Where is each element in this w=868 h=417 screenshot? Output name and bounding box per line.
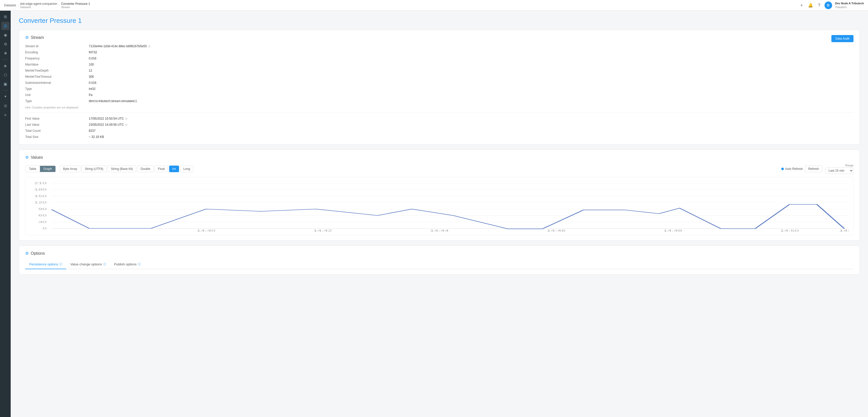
svg-text:14:44: 14:44 [430, 229, 448, 232]
prop-value-submission-interval: 0.016 [89, 80, 854, 85]
sidebar-icon-group2-2[interactable]: ⬡ [1, 71, 9, 79]
range-select[interactable]: Last 15 min Last 30 min Last 1 hour Last… [825, 167, 854, 174]
type-string-base64-button[interactable]: String (Base 64) [107, 166, 136, 172]
chart-area: 210 180 150 120 90 60 30 0 [25, 177, 854, 235]
user-info: Dev Node A Tributech Tributech [835, 2, 864, 9]
sidebar-icon-group3-1[interactable]: ✦ [1, 93, 9, 101]
sidebar-icon-data[interactable]: ⊟ [1, 22, 9, 30]
copy-last-value-icon[interactable]: ⧉ [125, 123, 127, 127]
svg-text:210: 210 [34, 182, 47, 185]
sidebar-icon-group3-2[interactable]: ◎ [1, 102, 9, 110]
prop-label-last-value: Last Value [25, 123, 89, 127]
sidebar-icon-gear[interactable]: ⚙ [1, 40, 9, 48]
table-tab-button[interactable]: Table [25, 166, 40, 172]
prop-divider [25, 112, 854, 113]
stream-properties: Stream Id 7133e44e-1d3d-414c-88ec-b89616… [25, 44, 854, 139]
breadcrumb-datasets-node[interactable]: dsk-edge-agent-companion Datasets [20, 2, 57, 9]
breadcrumb-sep-2: › [59, 4, 60, 7]
sidebar-icon-group2-1[interactable]: ◈ [1, 62, 9, 70]
graph-tab-button[interactable]: Graph [40, 166, 56, 172]
help-button[interactable]: ? [817, 2, 822, 9]
prop-label-unit: Unit [25, 93, 89, 97]
auto-refresh-label[interactable]: Auto Refresh [781, 167, 803, 171]
svg-text:14:: 14: [839, 229, 849, 232]
sidebar-icon-group3-3[interactable]: ≡ [1, 111, 9, 119]
svg-text:30: 30 [38, 221, 47, 223]
prop-value-encoding: INT32 [89, 50, 854, 55]
options-tabs: Persistence options ⓘ Value change optio… [25, 260, 854, 269]
sidebar-icon-group2-3[interactable]: ▣ [1, 80, 9, 88]
prop-label-merkle-depth: MerkleTreeDepth [25, 68, 89, 73]
type-double-button[interactable]: Double [137, 166, 154, 172]
publish-tab-info-icon[interactable]: ⓘ [138, 262, 141, 266]
stream-section-title: Stream [31, 35, 44, 40]
stream-section: Data Audit ⚙ Stream Stream Id 7133e44e-1… [19, 30, 860, 144]
refresh-button[interactable]: Refresh [805, 166, 822, 172]
svg-text:14:40: 14:40 [196, 229, 215, 232]
prop-label-submission-interval: SubmissionInterval [25, 80, 89, 85]
svg-text:0: 0 [42, 227, 47, 230]
top-nav: Datasets › dsk-edge-agent-companion Data… [0, 0, 868, 11]
notifications-button[interactable]: 🔔 [807, 2, 814, 9]
value-change-options-tab[interactable]: Value change options ⓘ [66, 260, 110, 269]
breadcrumb-sep-1: › [18, 4, 18, 7]
range-label: Range [845, 164, 854, 167]
prop-value-unit: Pa [89, 93, 854, 97]
main-content: Converter Pressure 1 Data Audit ⚙ Stream… [11, 11, 868, 417]
options-icon: ⚙ [25, 251, 29, 256]
sidebar-icon-home[interactable]: ⊞ [1, 13, 9, 21]
prop-label-type2: Type [25, 99, 89, 103]
sidebar: ⊞ ⊟ ◉ ⚙ ❖ ◈ ⬡ ▣ ✦ ◎ ≡ [0, 11, 11, 417]
svg-text:14:48: 14:48 [663, 229, 682, 232]
svg-text:14:50: 14:50 [780, 229, 799, 232]
prop-value-merkle-timeout: 300 [89, 74, 854, 79]
app-layout: ⊞ ⊟ ◉ ⚙ ❖ ◈ ⬡ ▣ ✦ ◎ ≡ Converter Pressure… [0, 11, 868, 417]
value-change-tab-info-icon[interactable]: ⓘ [103, 262, 106, 266]
prop-label-total-count: Total Count [25, 129, 89, 133]
breadcrumb: Datasets › dsk-edge-agent-companion Data… [4, 2, 90, 9]
prop-value-stream-id: 7133e44e-1d3d-414c-88ec-b896167b5e55 ⧉ [89, 44, 854, 48]
type-byte-array-button[interactable]: Byte Array [60, 166, 81, 172]
values-section-title: Values [31, 155, 43, 160]
prop-value-maxvalue: 100 [89, 62, 854, 67]
type-long-button[interactable]: Long [180, 166, 193, 172]
copy-first-value-icon[interactable]: ⧉ [125, 117, 127, 120]
type-int-button[interactable]: Int [169, 166, 179, 172]
options-section: ⚙ Options Persistence options ⓘ Value ch… [19, 246, 860, 275]
svg-text:14:46: 14:46 [547, 229, 565, 232]
avatar[interactable]: D [825, 2, 832, 9]
type-filter-group: Byte Array String (UTF8) String (Base 64… [60, 166, 193, 172]
svg-text:60: 60 [38, 214, 47, 217]
options-section-header: ⚙ Options [25, 251, 854, 256]
svg-text:150: 150 [34, 195, 47, 198]
prop-hint: Hint: Complex properties are not display… [25, 106, 854, 109]
prop-value-merkle-depth: 12 [89, 68, 854, 73]
prop-label-merkle-timeout: MerkleTreeTimeout [25, 74, 89, 79]
prop-value-total-size: ~ 32.18 KB [89, 135, 854, 139]
persistence-options-tab[interactable]: Persistence options ⓘ [25, 260, 66, 269]
data-audit-button[interactable]: Data Audit [831, 35, 854, 42]
type-string-utf8-button[interactable]: String (UTF8) [82, 166, 106, 172]
prop-value-type1: Int32 [89, 86, 854, 91]
values-section-header: ⚙ Values [25, 155, 854, 160]
svg-text:180: 180 [34, 188, 47, 191]
values-icon: ⚙ [25, 155, 29, 160]
copy-stream-id-icon[interactable]: ⧉ [148, 45, 150, 48]
prop-value-last-value: 23/05/2022 14:49:56 UTC ⧉ [89, 123, 854, 127]
breadcrumb-datasets[interactable]: Datasets [4, 4, 16, 7]
prop-label-stream-id: Stream Id [25, 44, 89, 48]
prop-label-total-size: Total Size [25, 135, 89, 139]
sidebar-icon-circle[interactable]: ◉ [1, 31, 9, 39]
range-group: Range Last 15 min Last 30 min Last 1 hou… [825, 164, 854, 174]
prop-value-frequency: 0.016 [89, 56, 854, 61]
sidebar-icon-puzzle[interactable]: ❖ [1, 49, 9, 58]
page-title: Converter Pressure 1 [19, 17, 860, 25]
svg-text:14:42: 14:42 [313, 229, 332, 232]
add-button[interactable]: + [799, 2, 804, 9]
stream-section-header: ⚙ Stream [25, 35, 854, 40]
prop-label-first-value: First Value [25, 116, 89, 121]
type-float-button[interactable]: Float [155, 166, 168, 172]
persistence-tab-info-icon[interactable]: ⓘ [59, 262, 62, 266]
publish-options-tab[interactable]: Publish options ⓘ [110, 260, 145, 269]
prop-label-type1: Type [25, 86, 89, 91]
